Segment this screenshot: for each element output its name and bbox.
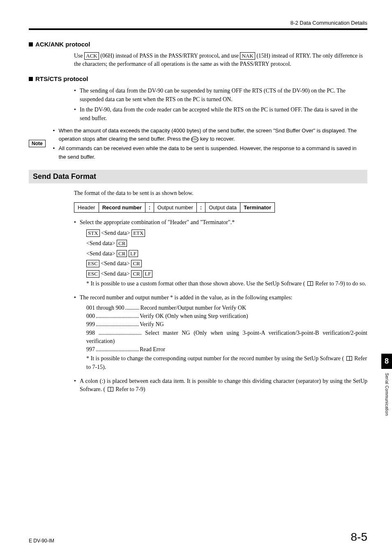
ack-p1a: Use <box>74 53 84 59</box>
esc-box: ESC <box>86 270 99 278</box>
star2a: * It is possible to change the correspon… <box>86 355 346 361</box>
colon-note: A colon (:) is placed between each data … <box>80 377 367 394</box>
record-section: • The record number and output number * … <box>74 294 367 302</box>
record-list: 001 through 900..........Record number/O… <box>86 304 367 354</box>
star-note-1: * It is possible to use a custom format … <box>86 280 367 288</box>
nak-code-box: NAK <box>240 52 255 60</box>
ack-code-box: ACK <box>84 52 99 60</box>
chapter-label: Serial Communication <box>381 369 389 416</box>
footer-doc-id: E DV-90-IM <box>29 538 54 544</box>
record-row: 997..............................Read Er… <box>86 345 367 354</box>
record-row: 001 through 900..........Record number/O… <box>86 304 367 312</box>
combo-line: ESC <Send data> CR LF <box>86 269 367 279</box>
chapter-number: 8 <box>381 354 392 369</box>
rec-key: 000 <box>86 312 95 320</box>
list-item: • Select the appropriate combination of … <box>74 218 367 227</box>
combo-intro: Select the appropriate combination of "H… <box>80 218 367 227</box>
cell-terminator: Terminator <box>240 202 275 212</box>
send-data-text: <Send data> <box>101 271 130 277</box>
rts-bullet-2: In the DV-90, data from the code reader … <box>80 105 363 123</box>
leader-dots: .......... <box>125 304 140 312</box>
esc-box: ESC <box>86 260 99 267</box>
rts-title-text: RTS/CTS protocol <box>35 75 88 82</box>
cr-box: CR <box>131 260 141 267</box>
ack-title-text: ACK/ANK protocol <box>35 41 90 48</box>
combo-line: STX <Send data> ETX <box>86 228 367 238</box>
list-item: • The sending of data from the DV-90 can… <box>74 86 363 104</box>
send-intro: The format of the data to be sent is as … <box>74 190 367 197</box>
book-icon <box>108 387 113 392</box>
list-item: • When the amount of data exceeds the ca… <box>53 127 363 144</box>
rts-bullet-list: • The sending of data from the DV-90 can… <box>74 86 363 123</box>
note-content: • When the amount of data exceeds the ca… <box>53 127 363 162</box>
header-rule <box>29 28 367 30</box>
b3b: Refer to 7-9) <box>114 386 145 392</box>
note1-b: key to recover. <box>198 136 235 142</box>
list-item: • In the DV-90, data from the code reade… <box>74 105 363 123</box>
stx-box: STX <box>86 229 100 237</box>
rec-val: Verify NG <box>140 320 164 329</box>
cr-box: CR <box>117 240 127 247</box>
note-item-2: All commands can be received even while … <box>59 144 363 162</box>
rts-bullet-1: The sending of data from the DV-90 can b… <box>80 86 363 104</box>
send-data-text: <Send data> <box>86 240 115 246</box>
footer-page-number: 8-5 <box>351 531 367 544</box>
note-block: Note • When the amount of data exceeds t… <box>29 127 367 162</box>
book-icon <box>346 356 352 361</box>
lf-box: LF <box>129 250 138 257</box>
chapter-tab: 8 Serial Communication <box>381 354 392 416</box>
ack-paragraph: Use ACK (06H) instead of PASS in the PAS… <box>74 52 363 69</box>
record-row: 999..............................Verify … <box>86 320 367 329</box>
bullet-dot-icon: • <box>74 377 80 394</box>
leader-dots: .............................. <box>96 312 139 320</box>
colon-section: • A colon (:) is placed between each dat… <box>74 377 367 394</box>
send-data-format-heading: Send Data Format <box>29 170 367 183</box>
list-item: • The record number and output number * … <box>74 294 367 302</box>
rec-key: 001 through 900 <box>86 304 125 312</box>
lf-box: LF <box>143 270 152 278</box>
table-row: Header Record number : Output number : O… <box>74 202 275 212</box>
send-data-text: <Send data> <box>86 250 115 257</box>
star1a: * It is possible to use a custom format … <box>86 280 307 287</box>
esc-key-icon: ESC <box>191 137 198 142</box>
rec-val: Read Error <box>140 345 165 354</box>
ack-p1b: (06H) instead of PASS in the PASS/RTRY p… <box>99 53 240 59</box>
format-table: Header Record number : Output number : O… <box>74 202 275 213</box>
etx-box: ETX <box>131 229 145 237</box>
star-note-2: * It is possible to change the correspon… <box>86 354 367 371</box>
note-label: Note <box>29 140 46 147</box>
record-row: 000..............................Verify … <box>86 312 367 320</box>
rec-val: Verify OK (Only when using Step verifica… <box>140 312 248 320</box>
ack-section-title: ACK/ANK protocol <box>29 41 367 48</box>
rec-key: 998 <box>86 330 95 336</box>
square-bullet-icon <box>29 77 33 81</box>
list-item: • A colon (:) is placed between each dat… <box>74 377 367 394</box>
star1b: Refer to 7-9) to do so. <box>314 280 366 287</box>
rts-section-title: RTS/CTS protocol <box>29 75 367 82</box>
bullet-dot-icon: • <box>53 127 59 144</box>
cell-header: Header <box>74 202 99 212</box>
bullet-dot-icon: • <box>74 218 80 227</box>
cell-output-number: Output number <box>154 202 197 212</box>
record-row: 998 .............................. Selec… <box>86 329 367 346</box>
cr-box: CR <box>131 270 141 278</box>
bullet-dot-icon: • <box>53 144 59 162</box>
combo-line: ESC <Send data> CR <box>86 259 367 269</box>
combo-section: • Select the appropriate combination of … <box>74 218 367 227</box>
cr-box: CR <box>117 250 127 257</box>
bullet-dot-icon: • <box>74 294 80 302</box>
square-bullet-icon <box>29 42 33 46</box>
leader-dots: .............................. <box>96 320 139 329</box>
cell-output-data: Output data <box>205 202 240 212</box>
send-data-text: <Send data> <box>101 230 130 236</box>
rec-key: 999 <box>86 320 95 329</box>
cell-record-number: Record number <box>99 202 145 212</box>
combo-list: STX <Send data> ETX <Send data> CR <Send… <box>86 228 367 279</box>
note-item-1: When the amount of data exceeds the capa… <box>59 127 363 144</box>
send-data-text: <Send data> <box>101 260 130 266</box>
book-icon <box>307 281 313 286</box>
list-item: • All commands can be received even whil… <box>53 144 363 162</box>
leader-dots: .............................. <box>96 345 139 354</box>
combo-line: <Send data> CR LF <box>86 249 367 259</box>
page-header-ref: 8-2 Data Communication Details <box>29 20 367 26</box>
